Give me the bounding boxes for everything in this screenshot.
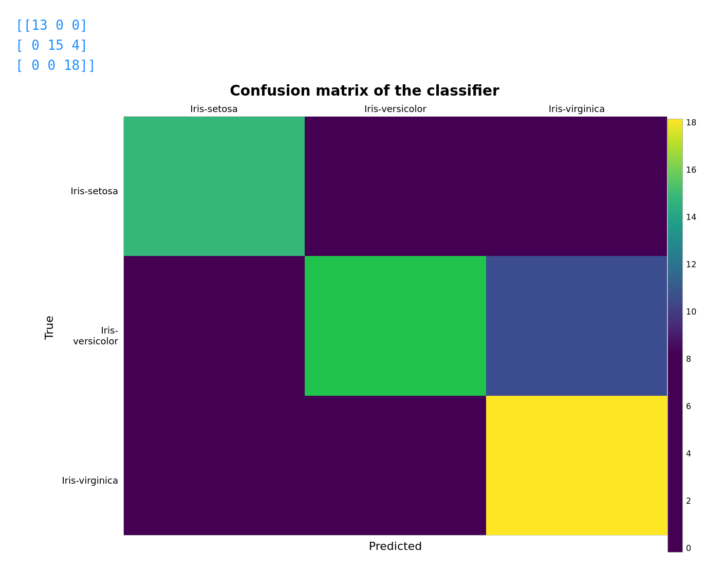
cell-0-2: [486, 117, 667, 256]
chart-area: Confusion matrix of the classifier True …: [41, 82, 709, 557]
colorbar-tick-10: 10: [686, 308, 696, 316]
y-tick-2: Iris-virginica: [57, 408, 123, 553]
colorbar-ticks: 18 16 14 12 10 8 6 4 2 0: [683, 119, 696, 553]
cell-2-2: [486, 396, 667, 535]
colorbar-tick-12: 12: [686, 261, 696, 269]
y-axis-label: True: [41, 103, 57, 553]
x-tick-0: Iris-setosa: [123, 103, 305, 116]
confusion-matrix-grid: [123, 116, 667, 536]
cell-2-1: [305, 396, 486, 535]
matrix-grid-area: Iris-setosa Iris-versicolor Iris-virgini…: [123, 103, 667, 553]
colorbar-gradient: [667, 119, 683, 553]
x-axis-label: Predicted: [123, 540, 667, 553]
main-container: [[13 0 0] [ 0 15 4] [ 0 0 18]] Confusion…: [0, 0, 724, 588]
chart-inner: True Iris-setosa Iris-versicolor Iris-vi…: [41, 103, 709, 553]
matrix-line1: [[13 0 0]: [15, 15, 96, 35]
x-axis-labels-top: Iris-setosa Iris-versicolor Iris-virgini…: [123, 103, 667, 116]
cell-1-2: [486, 256, 667, 395]
colorbar-wrapper: 18 16 14 12 10 8 6 4 2 0: [667, 119, 709, 553]
matrix-line3: [ 0 0 18]]: [15, 56, 96, 76]
cell-0-1: [305, 117, 486, 256]
colorbar-tick-8: 8: [686, 355, 696, 363]
colorbar-tick-16: 16: [686, 166, 696, 174]
colorbar-tick-14: 14: [686, 213, 696, 222]
cell-0-0: [124, 117, 305, 256]
colorbar-tick-2: 2: [686, 497, 696, 505]
cell-2-0: [124, 396, 305, 535]
x-tick-2: Iris-virginica: [486, 103, 667, 116]
colorbar-tick-0: 0: [686, 544, 696, 553]
colorbar-tick-6: 6: [686, 402, 696, 411]
y-tick-1: Iris-versicolor: [57, 263, 123, 408]
y-axis-ticks: Iris-setosa Iris-versicolor Iris-virgini…: [57, 103, 123, 553]
cell-1-1: [305, 256, 486, 395]
matrix-output: [[13 0 0] [ 0 15 4] [ 0 0 18]]: [15, 15, 96, 76]
chart-title: Confusion matrix of the classifier: [82, 82, 647, 99]
x-tick-1: Iris-versicolor: [305, 103, 486, 116]
y-tick-0: Iris-setosa: [57, 119, 123, 263]
cell-1-0: [124, 256, 305, 395]
matrix-line2: [ 0 15 4]: [15, 35, 96, 56]
colorbar-tick-18: 18: [686, 119, 696, 127]
colorbar-area: 18 16 14 12 10 8 6 4 2 0: [667, 103, 709, 553]
colorbar-tick-4: 4: [686, 450, 696, 458]
